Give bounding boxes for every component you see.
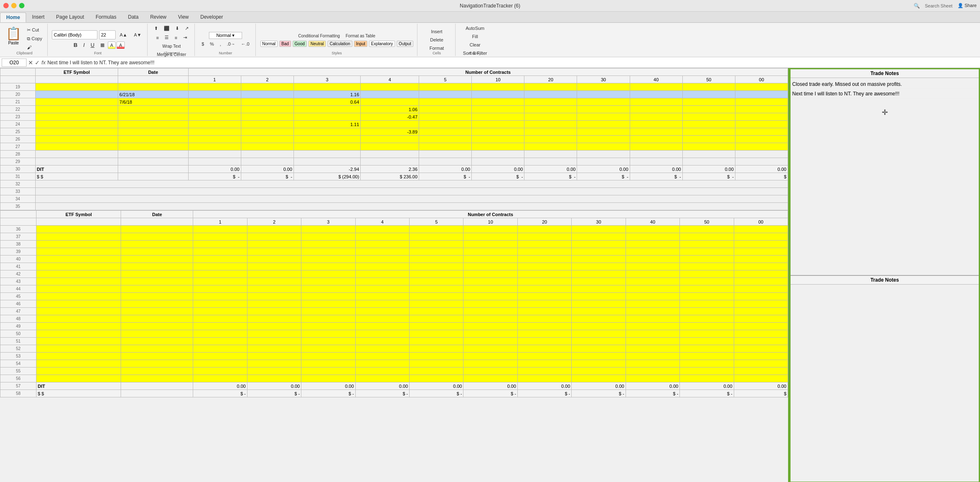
text-angle-button[interactable]: ↗ xyxy=(182,24,191,32)
conditional-formatting-button[interactable]: Conditional Formatting xyxy=(296,32,342,39)
bold-button[interactable]: B xyxy=(71,41,80,49)
table-row[interactable]: 40 xyxy=(0,256,788,263)
spreadsheet-table-1: ETF Symbol Date Number of Contracts 1 2 … xyxy=(0,68,788,210)
number-format-selector[interactable]: Normal ▾ xyxy=(209,32,242,39)
table-row[interactable]: 27 xyxy=(0,143,788,151)
style-neutral[interactable]: Neutral xyxy=(308,41,326,47)
table-row[interactable]: 54 xyxy=(0,360,788,368)
table-row[interactable]: 22 1.06 xyxy=(0,106,788,113)
table-row[interactable]: 19 xyxy=(0,83,788,91)
tab-formulas[interactable]: Formulas xyxy=(90,12,122,22)
table-row[interactable]: 20 6/21/18 1.16 xyxy=(0,91,788,98)
table-row[interactable]: 36 xyxy=(0,226,788,233)
table-row[interactable]: 38 xyxy=(0,241,788,248)
decrease-font-button[interactable]: A▼ xyxy=(131,31,144,39)
align-right-button[interactable]: ≡ xyxy=(172,34,180,41)
table-row[interactable]: 49 xyxy=(0,323,788,330)
font-size-input[interactable] xyxy=(99,30,116,39)
format-as-table-button[interactable]: Format as Table xyxy=(343,32,378,39)
tab-data[interactable]: Data xyxy=(122,12,144,22)
table-row[interactable]: 23 -0.47 xyxy=(0,113,788,121)
tab-home[interactable]: Home xyxy=(0,12,26,22)
comma-button[interactable]: , xyxy=(217,40,223,48)
italic-button[interactable]: I xyxy=(81,41,87,49)
tab-page-layout[interactable]: Page Layout xyxy=(50,12,90,22)
underline-button[interactable]: U xyxy=(88,41,97,49)
style-input[interactable]: Input xyxy=(354,41,367,47)
fill-button[interactable]: Fill xyxy=(470,33,480,40)
font-color-button[interactable]: A xyxy=(116,41,124,49)
table-row[interactable]: 44 xyxy=(0,285,788,293)
left-grid[interactable]: ETF Symbol Date Number of Contracts 1 2 … xyxy=(0,68,789,482)
tab-developer[interactable]: Developer xyxy=(194,12,229,22)
percent-button[interactable]: % xyxy=(207,40,216,48)
table-row[interactable]: 29 xyxy=(0,158,788,166)
format-painter-button[interactable]: 🖌 xyxy=(24,44,45,51)
trade-note-item[interactable]: Next time I will listen to NT. They are … xyxy=(792,89,977,99)
confirm-icon[interactable]: ✓ xyxy=(35,59,40,66)
table-row[interactable]: 37 xyxy=(0,233,788,241)
table-row[interactable]: 21 7/6/18 0.64 xyxy=(0,98,788,106)
table-row[interactable]: 42 xyxy=(0,270,788,278)
style-normal[interactable]: Normal xyxy=(260,41,278,47)
table-row[interactable]: 26 xyxy=(0,136,788,143)
align-top-button[interactable]: ⬆ xyxy=(152,24,160,32)
window-controls[interactable] xyxy=(3,3,24,8)
tab-view[interactable]: View xyxy=(172,12,194,22)
tab-review[interactable]: Review xyxy=(144,12,172,22)
table-row[interactable]: 52 xyxy=(0,345,788,353)
tab-insert[interactable]: Insert xyxy=(26,12,50,22)
search-icon: 🔍 xyxy=(914,3,920,9)
table-row[interactable]: 24 1.11 xyxy=(0,121,788,128)
minimize-button[interactable] xyxy=(11,3,17,8)
indent-button[interactable]: ⇥ xyxy=(181,34,189,41)
close-button[interactable] xyxy=(3,3,9,8)
paste-button[interactable]: 📋 Paste xyxy=(4,24,23,52)
dec-decrease-button[interactable]: ←.0 xyxy=(238,40,252,48)
style-explanatory[interactable]: Explanatory xyxy=(369,41,395,47)
cell-reference[interactable] xyxy=(2,58,27,67)
copy-button[interactable]: ⧉ Copy xyxy=(24,35,45,43)
table-row[interactable]: 41 xyxy=(0,263,788,270)
table-row[interactable]: 51 xyxy=(0,338,788,345)
table-row[interactable]: 47 xyxy=(0,308,788,315)
table-row[interactable]: 48 xyxy=(0,315,788,323)
table-row[interactable]: 45 xyxy=(0,293,788,300)
cancel-icon[interactable]: ✕ xyxy=(28,59,33,66)
table-row[interactable]: 46 xyxy=(0,300,788,308)
style-good[interactable]: Good xyxy=(293,41,307,47)
align-left-button[interactable]: ≡ xyxy=(154,34,161,41)
style-calc[interactable]: Calculation xyxy=(327,41,352,47)
insert-button[interactable]: Insert xyxy=(429,28,445,35)
increase-font-button[interactable]: A▲ xyxy=(117,31,130,39)
table-row[interactable]: 50 xyxy=(0,330,788,338)
dollar-button[interactable]: $ xyxy=(199,40,206,48)
table-row[interactable]: 39 xyxy=(0,248,788,256)
dec-increase-button[interactable]: .0→ xyxy=(224,40,238,48)
table-row[interactable]: 43 xyxy=(0,278,788,285)
style-bad[interactable]: Bad xyxy=(279,41,291,47)
table-row[interactable]: 28 xyxy=(0,151,788,158)
align-center-button[interactable]: ☰ xyxy=(162,34,171,41)
trade-note-item[interactable]: Closed trade early. Missed out on massiv… xyxy=(792,80,977,89)
clear-button[interactable]: Clear xyxy=(467,41,483,49)
font-name-input[interactable] xyxy=(52,30,97,39)
wrap-text-button[interactable]: Wrap Text xyxy=(160,43,183,50)
table-row[interactable]: 25 -3.89 xyxy=(0,128,788,136)
align-bottom-button[interactable]: ⬇ xyxy=(173,24,182,32)
fill-color-button[interactable]: A xyxy=(108,41,116,49)
table-row[interactable]: 55 xyxy=(0,368,788,375)
table-row[interactable]: 53 xyxy=(0,353,788,360)
paste-icon: 📋 xyxy=(6,26,21,41)
table-row[interactable]: 56 xyxy=(0,375,788,382)
cut-button[interactable]: ✂ Cut xyxy=(24,26,45,34)
maximize-button[interactable] xyxy=(19,3,24,8)
main-area: ETF Symbol Date Number of Contracts 1 2 … xyxy=(0,68,980,482)
align-middle-button[interactable]: ⬛ xyxy=(161,24,172,32)
formula-input[interactable]: Next time I will listen to NT. They are … xyxy=(47,58,978,67)
delete-button[interactable]: Delete xyxy=(427,36,446,44)
border-button[interactable]: ▦ xyxy=(98,41,107,49)
autosum-button[interactable]: AutoSum xyxy=(463,24,487,32)
cells-group-label: Cells xyxy=(418,51,455,55)
style-output[interactable]: Output xyxy=(397,41,413,47)
